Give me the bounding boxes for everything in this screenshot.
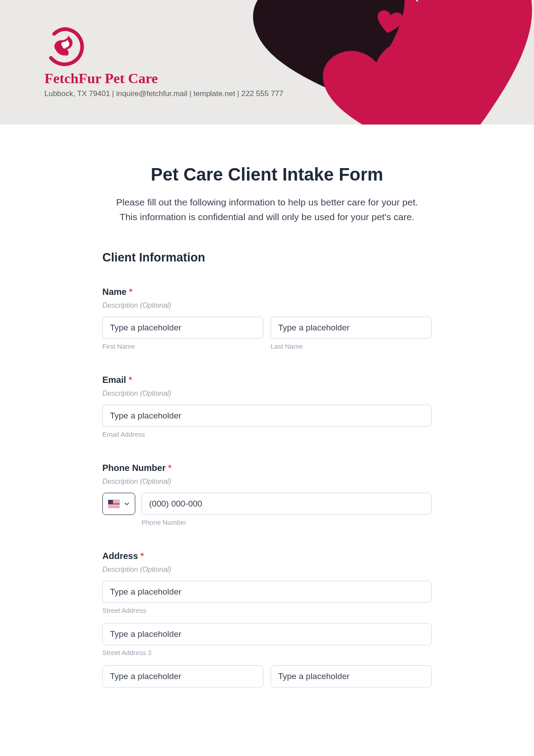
section-client-information: Client Information [102, 251, 432, 265]
phone-input[interactable] [142, 493, 432, 515]
sublabel-street: Street Address [102, 607, 432, 614]
header-banner: FetchFur Pet Care Lubbock, TX 79401 | in… [0, 0, 534, 125]
label-address-text: Address [102, 551, 138, 561]
form-title: Pet Care Client Intake Form [102, 165, 432, 185]
form-container: Pet Care Client Intake Form Please fill … [62, 125, 472, 730]
desc-phone: Description (Optional) [102, 478, 432, 486]
form-intro: Please fill out the following informatio… [102, 195, 432, 224]
label-phone: Phone Number * [102, 463, 432, 473]
required-marker: * [141, 551, 144, 561]
desc-email: Description (Optional) [102, 390, 432, 398]
label-email: Email * [102, 375, 432, 385]
email-input[interactable] [102, 405, 432, 427]
label-name-text: Name [102, 287, 126, 297]
street-address-2-input[interactable] [102, 623, 432, 645]
label-email-text: Email [102, 375, 126, 385]
first-name-input[interactable] [102, 317, 263, 339]
sublabel-phone: Phone Number [142, 519, 432, 526]
chevron-down-icon [124, 501, 129, 507]
field-email: Email * Description (Optional) Email Add… [102, 375, 432, 438]
desc-name: Description (Optional) [102, 302, 432, 310]
field-address: Address * Description (Optional) Street … [102, 551, 432, 688]
sublabel-last-name: Last Name [271, 342, 432, 350]
country-code-select[interactable] [102, 493, 135, 515]
field-phone: Phone Number * Description (Optional) Ph… [102, 463, 432, 526]
state-input[interactable] [271, 665, 432, 688]
label-name: Name * [102, 287, 432, 297]
label-address: Address * [102, 551, 432, 561]
company-contact-line: Lubbock, TX 79401 | inquire@fetchfur.mai… [44, 89, 490, 98]
field-name: Name * Description (Optional) First Name… [102, 287, 432, 350]
label-phone-text: Phone Number [102, 463, 166, 473]
sublabel-first-name: First Name [102, 342, 263, 350]
city-input[interactable] [102, 665, 263, 688]
required-marker: * [129, 375, 132, 385]
required-marker: * [168, 463, 172, 473]
sublabel-email: Email Address [102, 430, 432, 438]
company-name: FetchFur Pet Care [44, 70, 490, 87]
sublabel-street2: Street Address 2 [102, 649, 432, 656]
required-marker: * [129, 287, 133, 297]
street-address-input[interactable] [102, 581, 432, 603]
desc-address: Description (Optional) [102, 566, 432, 574]
last-name-input[interactable] [271, 317, 432, 339]
us-flag-icon [108, 500, 120, 508]
company-logo-icon [44, 27, 85, 67]
